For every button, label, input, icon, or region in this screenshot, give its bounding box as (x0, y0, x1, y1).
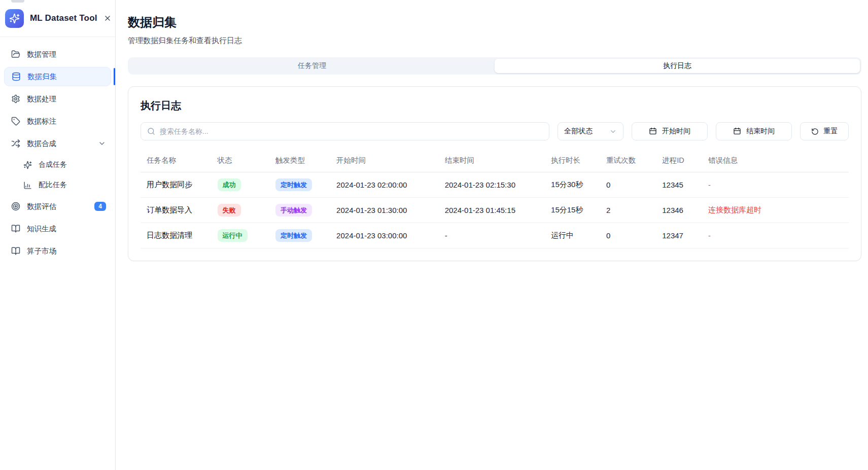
retry-count-cell: 2 (600, 198, 656, 223)
sidebar-item-label: 数据标注 (27, 117, 56, 126)
filter-row: 全部状态 开始时间 结束时间 重置 (141, 122, 849, 140)
col-error-info: 错误信息 (702, 152, 849, 172)
sidebar-item[interactable]: 合成任务 (4, 156, 111, 173)
status-badge: 失败 (218, 204, 241, 216)
bar-chart-icon (23, 181, 32, 190)
reset-icon (811, 128, 819, 135)
page-subtitle: 管理数据归集任务和查看执行日志 (128, 36, 861, 46)
col-end-time: 结束时间 (439, 152, 545, 172)
sparkles-icon (23, 161, 32, 169)
end-time-cell: 2024-01-23 01:45:15 (439, 198, 545, 223)
tab-bar: 任务管理 执行日志 (128, 57, 861, 75)
retry-count-cell: 0 (600, 223, 656, 248)
col-process-id: 进程ID (656, 152, 702, 172)
sidebar-item[interactable]: 数据标注 (4, 112, 111, 131)
trigger-badge: 定时触发 (275, 178, 312, 191)
col-status: 状态 (212, 152, 269, 172)
app-title: ML Dataset Tool (30, 13, 97, 23)
sidebar-close-button[interactable] (103, 13, 112, 24)
sidebar-item-label: 算子市场 (27, 246, 56, 256)
status-badge: 成功 (218, 178, 241, 191)
sidebar-item[interactable]: 知识生成 (4, 219, 111, 238)
sidebar-item[interactable]: 数据处理 (4, 89, 111, 109)
sidebar-nav: 数据管理 数据归集 数据处理 数据标注 (0, 37, 115, 269)
database-icon (12, 72, 21, 81)
sidebar-item-label: 配比任务 (39, 180, 67, 190)
sidebar-item[interactable]: 配比任务 (4, 176, 111, 194)
sidebar-item-label: 数据处理 (27, 94, 56, 104)
sidebar-item[interactable]: 数据管理 (4, 45, 111, 64)
start-time-button[interactable]: 开始时间 (632, 122, 708, 140)
sidebar-item-label: 数据评估 (27, 202, 56, 211)
duration-cell: 15分15秒 (545, 198, 600, 223)
retry-count-cell: 0 (600, 172, 656, 198)
sidebar-item[interactable]: 数据评估 4 (4, 197, 111, 216)
table-row: 用户数据同步 成功 定时触发 2024-01-23 02:00:00 2024-… (141, 172, 849, 198)
app-window: ML Dataset Tool 数据管理 数据归集 数据处理 (0, 0, 868, 470)
panel-title: 执行日志 (141, 99, 849, 113)
reset-button[interactable]: 重置 (800, 122, 849, 140)
trigger-badge: 定时触发 (275, 229, 312, 242)
book-open-icon (11, 246, 20, 256)
sidebar-item-label: 数据合成 (27, 139, 56, 149)
trigger-badge: 手动触发 (275, 204, 312, 216)
start-time-cell: 2024-01-23 01:30:00 (330, 198, 439, 223)
error-info-cell: - (702, 223, 849, 248)
status-badge: 运行中 (218, 229, 248, 242)
chevron-down-icon (98, 139, 106, 148)
calendar-icon (649, 127, 657, 135)
sidebar-item-label: 知识生成 (27, 224, 56, 234)
task-name-cell: 用户数据同步 (141, 172, 212, 198)
book-open-icon (11, 224, 20, 233)
shuffle-icon (11, 139, 20, 148)
main-content: 数据归集 管理数据归集任务和查看执行日志 任务管理 执行日志 执行日志 全部状态… (116, 0, 868, 470)
tab-execution-logs[interactable]: 执行日志 (495, 59, 860, 73)
col-task-name: 任务名称 (141, 152, 212, 172)
top-edge-artifact (11, 0, 24, 3)
process-id-cell: 12346 (656, 198, 702, 223)
status-filter-select[interactable]: 全部状态 (558, 122, 623, 140)
col-start-time: 开始时间 (330, 152, 439, 172)
task-name-cell: 订单数据导入 (141, 198, 212, 223)
gear-icon (11, 94, 20, 103)
start-time-cell: 2024-01-23 03:00:00 (330, 223, 439, 248)
sidebar-item[interactable]: 数据合成 (4, 134, 111, 153)
calendar-icon (733, 127, 741, 135)
sidebar-item-label: 合成任务 (39, 160, 67, 169)
logs-table: 任务名称 状态 触发类型 开始时间 结束时间 执行时长 重试次数 进程ID 错误… (141, 152, 849, 248)
sidebar: ML Dataset Tool 数据管理 数据归集 数据处理 (0, 0, 116, 470)
sidebar-item[interactable]: 算子市场 (4, 241, 111, 261)
error-info-cell: - (702, 172, 849, 198)
sidebar-item-label: 数据归集 (27, 72, 57, 82)
col-duration: 执行时长 (545, 152, 600, 172)
process-id-cell: 12345 (656, 172, 702, 198)
table-row: 日志数据清理 运行中 定时触发 2024-01-23 03:00:00 - 运行… (141, 223, 849, 248)
execution-logs-panel: 执行日志 全部状态 开始时间 结束时间 (128, 86, 861, 261)
duration-cell: 15分30秒 (545, 172, 600, 198)
start-time-cell: 2024-01-23 02:00:00 (330, 172, 439, 198)
tab-task-management[interactable]: 任务管理 (129, 59, 495, 73)
table-row: 订单数据导入 失败 手动触发 2024-01-23 01:30:00 2024-… (141, 198, 849, 223)
tag-icon (11, 117, 20, 126)
process-id-cell: 12347 (656, 223, 702, 248)
end-time-button[interactable]: 结束时间 (716, 122, 792, 140)
count-badge: 4 (94, 202, 106, 211)
error-info-cell: 连接数据库超时 (702, 198, 849, 223)
col-trigger-type: 触发类型 (269, 152, 330, 172)
sidebar-item[interactable]: 数据归集 (4, 67, 111, 86)
app-logo (5, 9, 24, 28)
status-filter-value: 全部状态 (564, 127, 593, 136)
sidebar-header: ML Dataset Tool (0, 0, 115, 37)
sidebar-item-label: 数据管理 (27, 50, 56, 59)
table-header-row: 任务名称 状态 触发类型 开始时间 结束时间 执行时长 重试次数 进程ID 错误… (141, 152, 849, 172)
search-input[interactable] (160, 127, 543, 135)
end-time-cell: 2024-01-23 02:15:30 (439, 172, 545, 198)
search-box (141, 122, 549, 140)
folder-open-icon (11, 50, 20, 59)
close-icon (103, 14, 112, 22)
chevron-down-icon (609, 128, 617, 135)
col-retry-count: 重试次数 (600, 152, 656, 172)
end-time-cell: - (439, 223, 545, 248)
duration-cell: 运行中 (545, 223, 600, 248)
target-icon (11, 202, 20, 211)
